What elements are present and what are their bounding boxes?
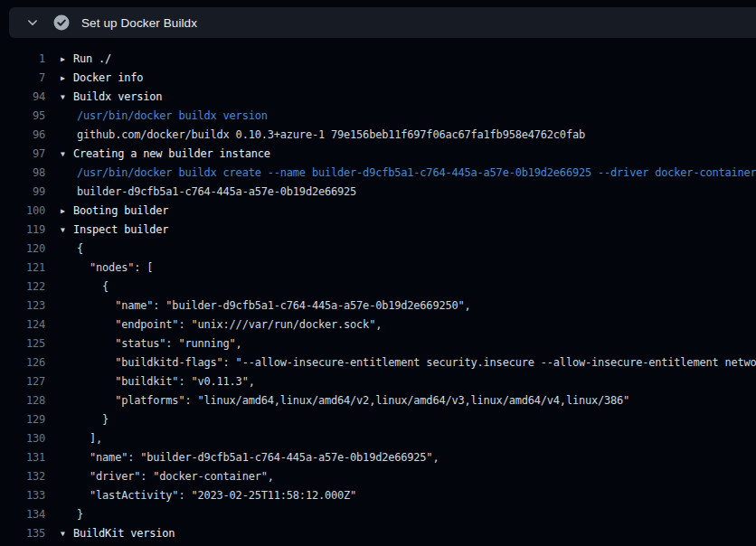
log-group-row[interactable]: 135▼BuildKit version (0, 524, 756, 543)
line-number[interactable]: 134 (0, 505, 45, 524)
command-text: /usr/bin/docker buildx create --name bui… (77, 164, 756, 183)
group-toggle[interactable]: ▶Run ./ (61, 50, 111, 69)
group-label: Docker info (73, 71, 143, 84)
line-number[interactable]: 119 (0, 221, 45, 240)
line-number[interactable]: 1 (0, 50, 45, 69)
group-label: Booting builder (73, 204, 168, 217)
log-line: 98/usr/bin/docker buildx create --name b… (0, 164, 756, 183)
command-text: /usr/bin/docker buildx version (77, 107, 268, 126)
log-group-row[interactable]: 94▼Buildx version (0, 88, 756, 107)
log-line: 125 "status": "running", (0, 334, 756, 353)
line-number[interactable]: 128 (0, 391, 45, 410)
group-toggle[interactable]: ▼Inspect builder (61, 221, 168, 240)
line-number[interactable]: 132 (0, 467, 45, 486)
log-line: 120{ (0, 240, 756, 259)
output-text: "buildkit": "v0.11.3", (77, 372, 255, 391)
line-number[interactable]: 97 (0, 145, 45, 164)
group-toggle[interactable]: ▼Buildx version (61, 88, 162, 107)
line-number[interactable]: 99 (0, 183, 45, 202)
output-text: "driver": "docker-container", (77, 467, 274, 486)
line-number[interactable]: 124 (0, 315, 45, 334)
log-group-row[interactable]: 100▶Booting builder (0, 202, 756, 221)
log-line: 134} (0, 505, 756, 524)
log-line: 123 "name": "builder-d9cfb5a1-c764-445a-… (0, 297, 756, 315)
line-number[interactable]: 129 (0, 410, 45, 429)
step-title: Set up Docker Buildx (81, 16, 197, 30)
output-text: github.com/docker/buildx 0.10.3+azure-1 … (77, 126, 585, 145)
line-number[interactable]: 121 (0, 259, 45, 278)
step-header[interactable]: Set up Docker Buildx (9, 7, 756, 38)
group-expanded-arrow-icon[interactable]: ▼ (61, 145, 73, 164)
log-viewer[interactable]: 1▶Run ./7▶Docker info94▼Buildx version95… (0, 50, 756, 546)
line-number[interactable]: 123 (0, 297, 45, 315)
line-number[interactable]: 135 (0, 524, 45, 543)
line-number[interactable]: 98 (0, 164, 45, 183)
output-text: "buildkitd-flags": "--allow-insecure-ent… (77, 353, 756, 372)
log-line: 96github.com/docker/buildx 0.10.3+azure-… (0, 126, 756, 145)
log-line: 133 "lastActivity": "2023-02-25T11:58:12… (0, 486, 756, 505)
output-text: } (77, 410, 109, 429)
log-group-row[interactable]: 97▼Creating a new builder instance (0, 145, 756, 164)
group-label: Run ./ (73, 52, 111, 65)
log-group-row[interactable]: 119▼Inspect builder (0, 221, 756, 240)
output-text: "endpoint": "unix:///var/run/docker.sock… (77, 315, 382, 334)
line-number[interactable]: 100 (0, 202, 45, 221)
output-text: "lastActivity": "2023-02-25T11:58:12.000… (77, 486, 356, 505)
log-line: 124 "endpoint": "unix:///var/run/docker.… (0, 315, 756, 334)
output-text: "platforms": "linux/amd64,linux/amd64/v2… (77, 391, 629, 410)
group-toggle[interactable]: ▶Docker info (61, 69, 143, 88)
line-number[interactable]: 122 (0, 278, 45, 297)
log-line: 132 "driver": "docker-container", (0, 467, 756, 486)
line-number[interactable]: 131 (0, 448, 45, 467)
output-text: "status": "running", (77, 334, 242, 353)
group-collapsed-arrow-icon[interactable]: ▶ (61, 202, 73, 221)
group-expanded-arrow-icon[interactable]: ▼ (61, 88, 73, 107)
log-line: 121 "nodes": [ (0, 259, 756, 278)
group-label: BuildKit version (73, 527, 175, 540)
group-collapsed-arrow-icon[interactable]: ▶ (61, 69, 73, 88)
output-text: "nodes": [ (77, 259, 153, 278)
group-label: Inspect builder (73, 223, 168, 236)
log-line: 127 "buildkit": "v0.11.3", (0, 372, 756, 391)
group-toggle[interactable]: ▼Creating a new builder instance (61, 145, 270, 164)
group-expanded-arrow-icon[interactable]: ▼ (61, 524, 73, 543)
chevron-down-icon[interactable] (25, 15, 40, 30)
status-check-icon (53, 14, 70, 31)
log-group-row[interactable]: 7▶Docker info (0, 69, 756, 88)
group-label: Buildx version (73, 90, 162, 103)
line-number[interactable]: 127 (0, 372, 45, 391)
group-label: Creating a new builder instance (73, 147, 270, 160)
group-expanded-arrow-icon[interactable]: ▼ (61, 221, 73, 240)
line-number[interactable]: 130 (0, 429, 45, 448)
line-number[interactable]: 120 (0, 240, 45, 259)
output-text: "name": "builder-d9cfb5a1-c764-445a-a57e… (77, 297, 471, 315)
output-text: { (77, 278, 109, 297)
line-number[interactable]: 126 (0, 353, 45, 372)
output-text: "name": "builder-d9cfb5a1-c764-445a-a57e… (77, 448, 439, 467)
log-line: 130 ], (0, 429, 756, 448)
output-text: ], (77, 429, 102, 448)
log-line: 122 { (0, 278, 756, 297)
line-number[interactable]: 125 (0, 334, 45, 353)
output-text: } (77, 505, 83, 524)
log-line: 128 "platforms": "linux/amd64,linux/amd6… (0, 391, 756, 410)
log-group-row[interactable]: 1▶Run ./ (0, 50, 756, 69)
line-number[interactable]: 95 (0, 107, 45, 126)
group-toggle[interactable]: ▶Booting builder (61, 202, 168, 221)
log-line: 99builder-d9cfb5a1-c764-445a-a57e-0b19d2… (0, 183, 756, 202)
group-toggle[interactable]: ▼BuildKit version (61, 524, 175, 543)
line-number[interactable]: 133 (0, 486, 45, 505)
log-line: 131 "name": "builder-d9cfb5a1-c764-445a-… (0, 448, 756, 467)
group-collapsed-arrow-icon[interactable]: ▶ (61, 50, 73, 69)
output-text: builder-d9cfb5a1-c764-445a-a57e-0b19d2e6… (77, 183, 356, 202)
log-line: 126 "buildkitd-flags": "--allow-insecure… (0, 353, 756, 372)
line-number[interactable]: 96 (0, 126, 45, 145)
output-text: { (77, 240, 83, 259)
line-number[interactable]: 7 (0, 69, 45, 88)
log-line: 129 } (0, 410, 756, 429)
line-number[interactable]: 94 (0, 88, 45, 107)
log-line: 95/usr/bin/docker buildx version (0, 107, 756, 126)
